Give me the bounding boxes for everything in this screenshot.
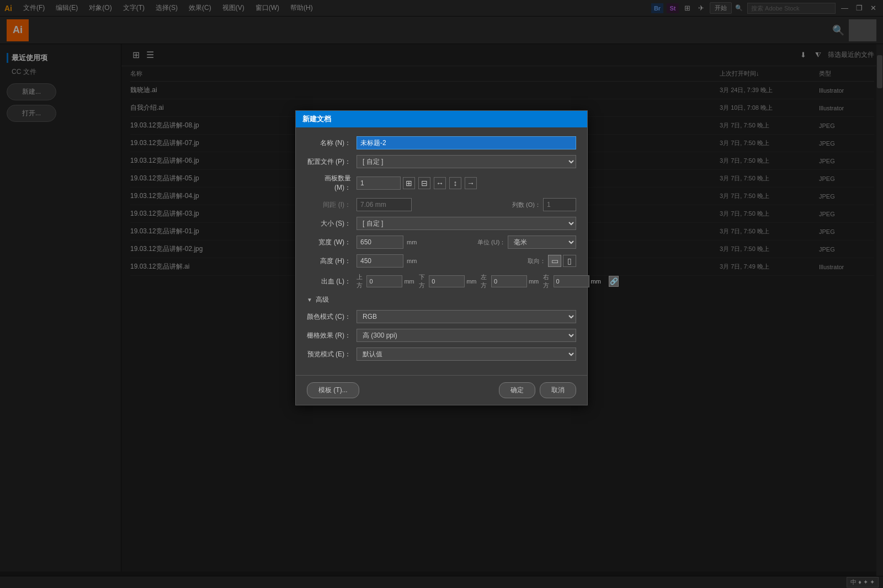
spacing-row: 间距 (I)： 列数 (O)： [307,198,576,211]
orientation-btns: ▭ ▯ [548,255,576,267]
orientation-label: 取向： [528,257,546,265]
spacing-label: 间距 (I)： [307,200,357,210]
dialog-overlay: 新建文档 名称 (N)： 配置文件 (P)： [ 自定 ] 画板数量 (M)： … [0,0,883,588]
bleed-top-unit: mm [404,278,414,285]
bleed-left-label: 左方 [481,273,487,290]
bleed-top: 上方 mm [357,273,414,290]
raster-row: 栅格效果 (R)： 高 (300 ppi) [307,329,576,342]
dialog-body: 名称 (N)： 配置文件 (P)： [ 自定 ] 画板数量 (M)： ⊞ ⊟ ↔… [296,127,587,375]
landscape-btn[interactable]: ▯ [563,255,576,267]
name-label: 名称 (N)： [307,138,357,148]
height-unit: mm [407,258,417,264]
size-select[interactable]: [ 自定 ] [357,217,576,230]
bleed-right-unit: mm [591,278,601,285]
width-dim: mm [357,236,417,249]
bleed-row: 出血 (L)： 上方 mm 下方 mm 左方 mm [307,273,576,290]
height-label: 高度 (H)： [307,256,357,266]
arrange-grid-btn[interactable]: ⊞ [403,177,415,189]
bleed-right: 右方 mm [543,273,601,290]
height-dim: mm [357,254,417,268]
preview-select[interactable]: 默认值 [357,348,576,361]
height-row: 高度 (H)： mm 取向： ▭ ▯ [307,254,576,268]
name-row: 名称 (N)： [307,136,576,149]
bleed-bottom-input[interactable] [429,275,465,287]
dialog-title: 新建文档 [296,111,587,127]
bleed-left-unit: mm [529,278,539,285]
raster-select[interactable]: 高 (300 ppi) [357,329,576,342]
portrait-btn[interactable]: ▭ [548,255,561,267]
name-input[interactable] [357,136,576,149]
color-mode-label: 颜色模式 (C)： [307,312,357,322]
preview-row: 预览模式 (E)： 默认值 [307,348,576,361]
bleed-left-input[interactable] [491,275,527,287]
bleed-right-label: 右方 [543,273,549,290]
raster-label: 栅格效果 (R)： [307,331,357,340]
bleed-left: 左方 mm [481,273,539,290]
dialog-footer: 模板 (T)... 确定 取消 [296,375,587,405]
bleed-bottom-unit: mm [466,278,476,285]
bleed-bottom: 下方 mm [419,273,477,290]
bleed-top-input[interactable] [366,275,402,287]
width-label: 宽度 (W)： [307,238,357,247]
dialog-action-buttons: 确定 取消 [499,382,576,398]
width-unit: mm [407,239,417,245]
cancel-button[interactable]: 取消 [540,382,576,398]
spacing-input [357,198,412,211]
unit-label: 单位 (U)： [477,238,506,247]
size-row: 大小 (S)： [ 自定 ] [307,217,576,230]
ok-button[interactable]: 确定 [499,382,535,398]
height-input[interactable] [357,254,403,268]
arrange-vert-btn[interactable]: ↕ [449,177,461,189]
artboard-input[interactable] [357,177,401,190]
width-row: 宽度 (W)： mm 单位 (U)： 毫米 [307,236,576,249]
color-mode-row: 颜色模式 (C)： RGB [307,310,576,323]
template-button[interactable]: 模板 (T)... [307,382,359,398]
size-label: 大小 (S)： [307,219,357,228]
advanced-label: 高级 [316,295,329,304]
advanced-toggle[interactable]: ▼ 高级 [307,295,576,304]
arrange-col-btn[interactable]: ↔ [434,177,446,189]
bleed-link-icon[interactable]: 🔗 [609,276,619,287]
new-document-dialog: 新建文档 名称 (N)： 配置文件 (P)： [ 自定 ] 画板数量 (M)： … [295,110,588,405]
artboard-label: 画板数量 (M)： [307,174,357,193]
bleed-right-input[interactable] [554,275,589,287]
profile-label: 配置文件 (P)： [307,157,357,167]
bleed-top-label: 上方 [357,273,363,290]
profile-row: 配置文件 (P)： [ 自定 ] [307,155,576,168]
width-input[interactable] [357,236,403,249]
bleed-label: 出血 (L)： [307,277,357,286]
profile-select[interactable]: [ 自定 ] [357,155,576,168]
artboard-row: 画板数量 (M)： ⊞ ⊟ ↔ ↕ → [307,174,576,193]
arrange-right-btn[interactable]: → [465,177,477,189]
columns-label: 列数 (O)： [512,201,541,209]
bleed-inputs: 上方 mm 下方 mm 左方 mm 右方 [357,273,619,290]
unit-select[interactable]: 毫米 [508,236,576,249]
preview-label: 预览模式 (E)： [307,350,357,359]
columns-input [543,198,576,211]
advanced-arrow: ▼ [307,297,312,303]
arrange-row-btn[interactable]: ⊟ [418,177,430,189]
bleed-bottom-label: 下方 [419,273,425,290]
color-mode-select[interactable]: RGB [357,310,576,323]
artboard-controls: ⊞ ⊟ ↔ ↕ → [403,177,477,189]
